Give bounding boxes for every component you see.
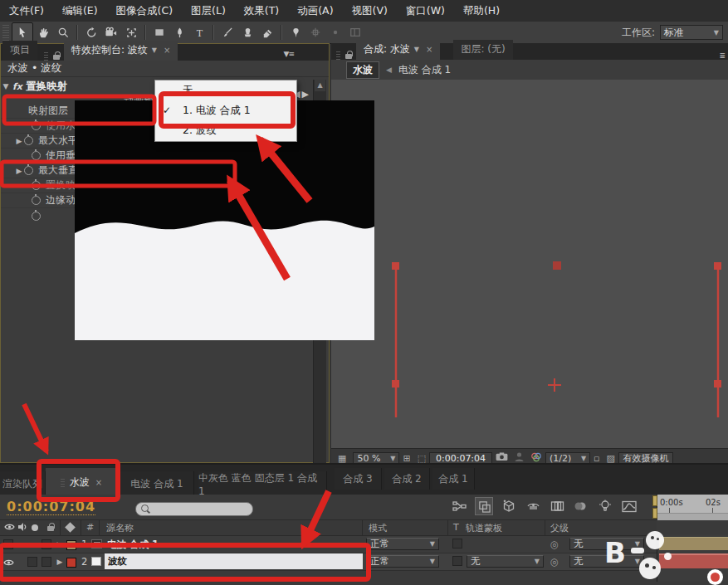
comp-viewer[interactable] xyxy=(331,80,728,448)
camera-tool-icon[interactable] xyxy=(101,23,121,41)
layer-color-swatch[interactable] xyxy=(66,540,76,550)
menu-file[interactable]: 文件(F) xyxy=(0,4,53,18)
mask-rectangle-tool-icon[interactable] xyxy=(149,23,169,41)
panel-grip[interactable] xyxy=(44,51,48,61)
solo-toggle[interactable] xyxy=(27,557,37,567)
flowchart-icon[interactable] xyxy=(451,498,467,514)
transparency-grid-icon[interactable] xyxy=(475,497,493,515)
shy-layers-icon[interactable] xyxy=(525,498,541,514)
time-ruler[interactable]: 0:00s 02s xyxy=(657,495,728,519)
dropdown-item-bowen[interactable]: 2. 波纹 xyxy=(155,120,296,140)
pixel-aspect-icon[interactable]: ▫ xyxy=(594,453,599,464)
twirl-down-icon[interactable]: ▼ xyxy=(1,82,11,90)
snapshot-camera-icon[interactable] xyxy=(496,452,508,464)
tab-effect-controls[interactable]: 特效控制台: 波纹 ▼ × xyxy=(64,41,178,61)
brainstorm-icon[interactable] xyxy=(597,498,613,514)
dropdown-item-none[interactable]: 无 xyxy=(155,80,296,100)
stopwatch-icon[interactable] xyxy=(32,151,41,160)
chevron-down-icon[interactable]: ▼ xyxy=(152,46,157,54)
twirl-right-icon[interactable]: ▶ xyxy=(55,558,65,566)
close-icon[interactable]: × xyxy=(95,478,102,487)
pickwhip-icon[interactable]: ◎ xyxy=(550,539,559,550)
dropdown-item-dianbo-comp1[interactable]: ✓ 1. 电波 合成 1 xyxy=(155,100,296,120)
stopwatch-icon[interactable] xyxy=(24,136,33,145)
track-matte-dropdown[interactable]: 无 ▼ xyxy=(467,555,544,568)
pickwhip-icon[interactable]: ◎ xyxy=(550,556,559,568)
fast-preview-icon[interactable]: ▨ xyxy=(607,453,615,464)
lock-toggle[interactable] xyxy=(42,557,51,567)
rotation-tool-icon[interactable] xyxy=(81,23,101,41)
mode-column-header[interactable]: 模式 xyxy=(369,522,387,534)
menu-edit[interactable]: 编辑(E) xyxy=(53,4,107,18)
t-column-header[interactable]: T xyxy=(453,522,459,533)
timeline-timecode[interactable]: 0:00:07:04 xyxy=(7,499,95,515)
stopwatch-icon[interactable] xyxy=(24,166,33,175)
track-matte-column-header[interactable]: 轨道蒙板 xyxy=(466,522,502,534)
graph-editor-icon[interactable] xyxy=(621,498,638,514)
layer-row-1[interactable]: ▶ 1 电波 合成 1 正常 ▼ ◎ 无 ▼ xyxy=(0,536,657,553)
pan-behind-tool-icon[interactable] xyxy=(121,23,141,41)
clone-stamp-tool-icon[interactable] xyxy=(237,23,257,41)
frame-blend-icon[interactable] xyxy=(549,498,565,514)
panel-menu-icon[interactable]: ≣ xyxy=(719,51,725,60)
mode-dropdown[interactable]: 正常 ▼ xyxy=(366,555,439,568)
twirl-right-icon[interactable]: ▶ xyxy=(55,540,65,548)
brush-tool-icon[interactable] xyxy=(217,23,237,41)
layer-name[interactable]: 电波 合成 1 xyxy=(107,539,159,551)
stopwatch-icon[interactable] xyxy=(32,181,41,190)
draft-3d-icon[interactable] xyxy=(501,498,517,514)
motion-blur-icon[interactable] xyxy=(573,498,589,514)
parent-column-header[interactable]: 父级 xyxy=(550,522,569,534)
menu-animation[interactable]: 动画(A) xyxy=(288,4,342,18)
layer-row-2[interactable]: ▶ 2 波纹 正常 ▼ 无 ▼ ◎ 无 ▼ xyxy=(0,553,657,571)
tab-comp2[interactable]: 合成 2 xyxy=(384,468,430,490)
menu-help[interactable]: 帮助(H) xyxy=(454,4,509,18)
panel-grip[interactable] xyxy=(336,50,340,60)
close-icon[interactable]: × xyxy=(426,45,432,54)
grid-options-icon[interactable]: ▦ xyxy=(338,453,346,464)
menu-effect[interactable]: 效果(T) xyxy=(235,4,288,18)
tab-composition[interactable]: 合成: 水波 ▼ × xyxy=(356,40,440,60)
pen-tool-icon[interactable] xyxy=(169,23,189,41)
lock-toggle[interactable] xyxy=(42,539,51,549)
crumb-parent-comp[interactable]: 电波 合成 1 xyxy=(398,63,451,77)
tab-solid-comp1[interactable]: 中灰色 蓝色 固态层 1 合成 1 xyxy=(198,471,327,496)
selected-layer-name-bar[interactable]: 波纹 xyxy=(105,553,363,569)
search-input[interactable] xyxy=(135,502,253,516)
panel-menu-icon[interactable]: ▼≡ xyxy=(284,50,294,61)
work-area-end-marker[interactable] xyxy=(652,508,657,519)
video-eye-icon[interactable] xyxy=(3,558,14,569)
eraser-tool-icon[interactable] xyxy=(257,23,277,41)
tab-dianbo-comp1[interactable]: 电波 合成 1 xyxy=(120,471,194,496)
chevron-down-icon[interactable]: ▼ xyxy=(414,46,419,53)
twirl-right-icon[interactable]: ▶ xyxy=(14,137,24,145)
video-toggle[interactable] xyxy=(3,539,13,549)
type-tool-icon[interactable]: T xyxy=(189,23,209,41)
close-icon[interactable]: × xyxy=(164,46,170,55)
crumb-current-comp[interactable]: 水波 xyxy=(346,61,379,79)
lock-icon[interactable] xyxy=(344,51,354,60)
hand-tool-icon[interactable] xyxy=(33,23,53,41)
tab-shuibo[interactable]: 水波 × xyxy=(46,468,118,496)
twirl-right-icon[interactable]: ▶ xyxy=(14,167,24,175)
t-checkbox[interactable] xyxy=(452,539,462,548)
menu-layer[interactable]: 图层(L) xyxy=(182,4,235,18)
tab-project[interactable]: 项目 xyxy=(2,41,37,61)
tab-comp3[interactable]: 合成 3 xyxy=(335,468,382,490)
stopwatch-icon[interactable] xyxy=(32,212,41,221)
source-name-column-header[interactable]: 源名称 xyxy=(106,522,134,534)
tab-comp1[interactable]: 合成 1 xyxy=(432,468,475,490)
menu-view[interactable]: 视图(V) xyxy=(343,4,397,18)
work-area-start-marker[interactable] xyxy=(652,495,657,506)
mode-dropdown[interactable]: 正常 ▼ xyxy=(366,538,439,550)
t-checkbox[interactable] xyxy=(452,556,462,566)
selection-tool-icon[interactable] xyxy=(12,22,33,42)
stopwatch-icon[interactable] xyxy=(32,121,41,130)
tab-layer[interactable]: 图层: (无) xyxy=(453,40,512,60)
layer-color-swatch[interactable] xyxy=(66,558,76,568)
lock-icon[interactable] xyxy=(52,51,61,61)
tab-render-queue[interactable]: 渲染队列 xyxy=(0,471,46,496)
workspace-dropdown[interactable]: 标准 ▼ xyxy=(660,25,723,40)
puppet-pin-tool-icon[interactable] xyxy=(286,23,305,41)
scroll-up-icon[interactable]: ▲ xyxy=(315,80,325,91)
